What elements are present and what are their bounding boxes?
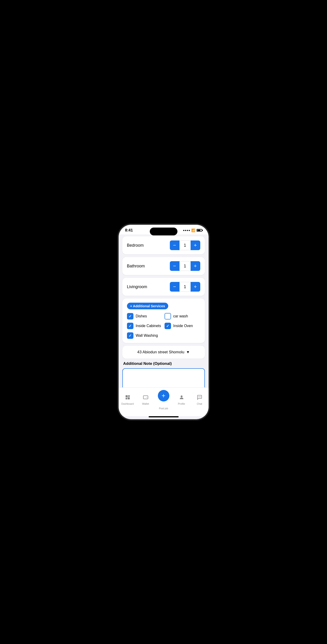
dashboard-icon [125, 394, 130, 402]
bathroom-label: Bathroom [127, 264, 145, 268]
livingroom-counter: − 1 + [170, 282, 200, 292]
svg-rect-1 [128, 395, 130, 397]
svg-rect-0 [126, 395, 128, 397]
svg-rect-2 [126, 398, 127, 400]
battery-icon [197, 229, 202, 232]
nav-postjob[interactable]: + Post job [155, 390, 173, 410]
nav-chat[interactable]: Chat [191, 394, 209, 405]
phone-screen: 8:41 📶 Bedroom [119, 225, 209, 419]
livingroom-increase-button[interactable]: + [191, 282, 200, 292]
nav-dashboard[interactable]: Dashboard [119, 394, 137, 405]
bathroom-decrease-button[interactable]: − [170, 261, 180, 271]
post-job-button[interactable]: + [158, 390, 169, 402]
profile-icon [179, 394, 184, 402]
wallwashing-label: Wall Washing [136, 334, 158, 338]
livingroom-card: Livingroom − 1 + [122, 278, 205, 296]
status-time: 8:41 [125, 228, 133, 233]
additional-note-label: Additional Note (Optional) [122, 362, 205, 366]
scroll-content: Bedroom − 1 + Bathroom − 1 + [119, 234, 209, 388]
address-card[interactable]: 43 Abiodun street Shomolu ▼ [122, 346, 205, 358]
dishes-checkbox[interactable]: ✓ [127, 313, 133, 320]
additional-note-section: Additional Note (Optional) [122, 362, 205, 388]
insideoven-checkbox[interactable]: ✓ [165, 323, 171, 329]
chat-icon [197, 394, 202, 402]
dynamic-island [150, 228, 177, 236]
wallet-icon [143, 394, 148, 402]
nav-postjob-label: Post job [159, 407, 168, 410]
wallwashing-checkbox[interactable]: ✓ [127, 332, 133, 339]
bedroom-value: 1 [180, 240, 191, 250]
livingroom-label: Livingroom [127, 284, 147, 289]
bedroom-counter: − 1 + [170, 240, 200, 250]
bedroom-card: Bedroom − 1 + [122, 236, 205, 254]
additional-services-card: + Additional Services ✓ Dishes car wash [122, 298, 205, 343]
phone-frame: 8:41 📶 Bedroom [119, 225, 209, 419]
bedroom-label: Bedroom [127, 243, 144, 248]
bottom-nav: Dashboard Wallet + Post job [119, 388, 209, 416]
svg-rect-4 [143, 396, 148, 399]
insideoven-label: Inside Oven [173, 324, 193, 328]
service-insidecabinets[interactable]: ✓ Inside Cabinets [127, 323, 163, 329]
wifi-icon: 📶 [191, 228, 195, 232]
additional-services-badge[interactable]: + Additional Services [127, 303, 168, 309]
svg-point-5 [181, 396, 182, 397]
bedroom-increase-button[interactable]: + [191, 240, 200, 250]
nav-profile[interactable]: Profile [173, 394, 191, 405]
service-insideoven[interactable]: ✓ Inside Oven [165, 323, 200, 329]
insidecabinets-checkbox[interactable]: ✓ [127, 323, 133, 329]
services-grid: ✓ Dishes car wash ✓ Inside Cabin [127, 313, 200, 339]
livingroom-value: 1 [180, 282, 191, 292]
address-text: 43 Abiodun street Shomolu [137, 350, 184, 354]
status-icons: 📶 [183, 228, 202, 232]
dishes-label: Dishes [136, 314, 147, 318]
carwash-checkbox[interactable] [165, 313, 171, 320]
service-dishes[interactable]: ✓ Dishes [127, 313, 163, 320]
service-carwash[interactable]: car wash [165, 313, 200, 320]
bathroom-increase-button[interactable]: + [191, 261, 200, 271]
additional-note-input[interactable] [122, 368, 205, 388]
service-wallwashing[interactable]: ✓ Wall Washing [127, 332, 163, 339]
livingroom-decrease-button[interactable]: − [170, 282, 180, 292]
chevron-down-icon: ▼ [186, 350, 190, 354]
nav-wallet-label: Wallet [142, 402, 149, 405]
signal-icon [183, 230, 190, 231]
bathroom-card: Bathroom − 1 + [122, 257, 205, 275]
nav-wallet[interactable]: Wallet [137, 394, 155, 405]
svg-rect-3 [128, 397, 130, 400]
insidecabinets-label: Inside Cabinets [136, 324, 161, 328]
bathroom-counter: − 1 + [170, 261, 200, 271]
nav-chat-label: Chat [197, 402, 202, 405]
bedroom-decrease-button[interactable]: − [170, 240, 180, 250]
plus-icon: + [162, 392, 165, 400]
bathroom-value: 1 [180, 261, 191, 271]
carwash-label: car wash [173, 314, 188, 318]
nav-profile-label: Profile [178, 402, 185, 405]
nav-dashboard-label: Dashboard [121, 402, 134, 405]
home-indicator [149, 416, 179, 417]
